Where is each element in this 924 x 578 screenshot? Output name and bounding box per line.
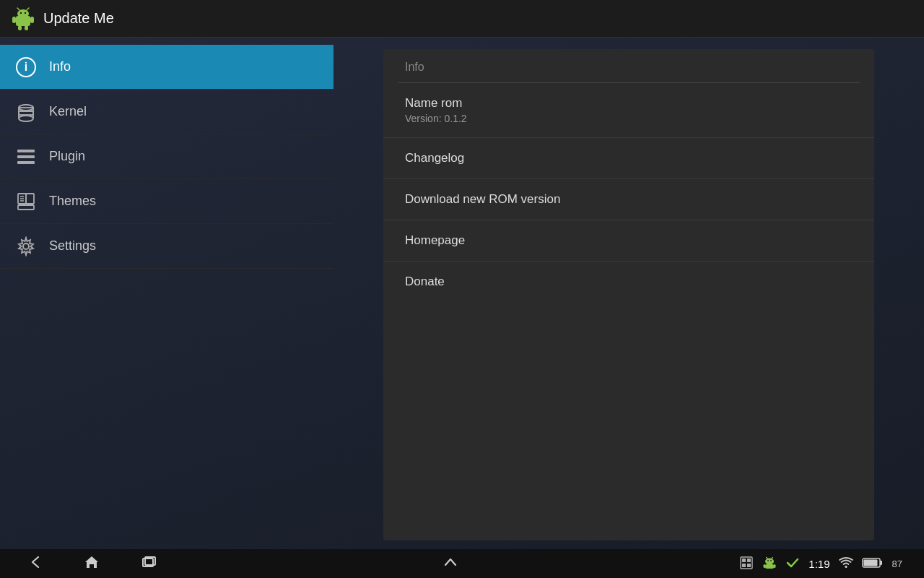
content-card: Info Name rom Version: 0.1.2 Changelog D… — [383, 49, 874, 540]
svg-line-38 — [767, 557, 768, 558]
sidebar-item-kernel[interactable]: Kernel — [0, 90, 334, 134]
svg-rect-33 — [742, 564, 746, 567]
svg-rect-18 — [17, 150, 35, 152]
svg-point-36 — [767, 560, 769, 561]
battery-percentage: 87 — [892, 558, 902, 569]
sidebar-label-themes: Themes — [49, 194, 96, 209]
svg-rect-26 — [18, 205, 34, 210]
row-subtitle-name-rom: Version: 0.1.2 — [405, 113, 853, 124]
sidebar-item-settings[interactable]: Settings — [0, 224, 334, 269]
wifi-icon — [839, 556, 853, 572]
sidebar-item-info[interactable]: i Info — [0, 45, 334, 90]
plugin-icon — [14, 145, 38, 168]
svg-point-37 — [770, 560, 772, 561]
content-row-homepage[interactable]: Homepage — [383, 220, 874, 262]
content-section-header: Info — [383, 49, 874, 82]
status-time: 1:19 — [808, 558, 829, 570]
row-title-donate: Donate — [405, 275, 853, 289]
svg-point-43 — [845, 566, 847, 568]
bottom-center-nav — [437, 551, 464, 577]
app-title: Update Me — [43, 10, 114, 27]
svg-rect-14 — [19, 111, 33, 115]
svg-rect-40 — [765, 564, 774, 569]
svg-point-2 — [20, 12, 22, 13]
kernel-icon — [14, 100, 38, 124]
svg-rect-42 — [774, 564, 776, 568]
check-icon — [785, 556, 800, 572]
bottom-nav: 1:19 87 — [0, 549, 924, 578]
row-title-download: Download new ROM version — [405, 192, 853, 207]
svg-rect-45 — [880, 561, 882, 565]
svg-rect-9 — [25, 25, 28, 30]
svg-rect-20 — [17, 161, 35, 164]
svg-rect-34 — [747, 564, 751, 567]
svg-rect-32 — [747, 558, 751, 562]
row-title-name-rom: Name rom — [405, 96, 853, 111]
svg-rect-7 — [30, 17, 34, 23]
sidebar-item-plugin[interactable]: Plugin — [0, 134, 334, 179]
bottom-right-nav: 1:19 87 — [739, 556, 902, 572]
back-button[interactable] — [22, 551, 49, 577]
content-row-donate[interactable]: Donate — [383, 262, 874, 302]
settings-icon — [14, 235, 38, 258]
svg-point-1 — [17, 9, 29, 18]
content-panel: Info Name rom Version: 0.1.2 Changelog D… — [334, 38, 924, 549]
sidebar-item-themes[interactable]: Themes — [0, 179, 334, 224]
main-layout: i Info Kernel — [0, 38, 924, 549]
svg-line-5 — [27, 8, 29, 10]
bottom-left-nav — [22, 551, 162, 577]
svg-text:i: i — [25, 61, 27, 73]
svg-point-15 — [19, 116, 33, 121]
sidebar-label-kernel: Kernel — [49, 104, 87, 119]
sidebar: i Info Kernel — [0, 38, 334, 549]
svg-rect-19 — [17, 155, 35, 158]
content-row-download[interactable]: Download new ROM version — [383, 179, 874, 220]
content-row-changelog[interactable]: Changelog — [383, 138, 874, 179]
svg-rect-6 — [12, 17, 16, 23]
svg-point-27 — [23, 243, 29, 249]
recents-button[interactable] — [134, 551, 162, 577]
sidebar-label-settings: Settings — [49, 238, 96, 254]
home-button[interactable] — [78, 551, 105, 577]
content-row-name-rom[interactable]: Name rom Version: 0.1.2 — [383, 83, 874, 138]
svg-rect-8 — [18, 25, 22, 30]
themes-icon — [14, 190, 38, 213]
up-button[interactable] — [437, 551, 464, 577]
svg-rect-41 — [764, 564, 766, 568]
svg-point-3 — [25, 12, 26, 13]
sidebar-label-info: Info — [49, 59, 71, 74]
top-bar: Update Me — [0, 0, 924, 38]
android-status-icon — [762, 556, 777, 572]
svg-line-39 — [772, 557, 773, 558]
svg-line-4 — [17, 8, 19, 10]
sidebar-label-plugin: Plugin — [49, 149, 85, 164]
row-title-homepage: Homepage — [405, 233, 853, 248]
svg-rect-31 — [742, 558, 746, 562]
row-title-changelog: Changelog — [405, 151, 853, 165]
svg-rect-46 — [863, 559, 877, 566]
gallery-icon — [739, 556, 754, 572]
info-icon: i — [14, 56, 38, 79]
battery-indicator — [862, 557, 884, 571]
app-icon — [10, 6, 36, 32]
svg-rect-25 — [26, 194, 34, 204]
svg-point-35 — [765, 558, 774, 564]
